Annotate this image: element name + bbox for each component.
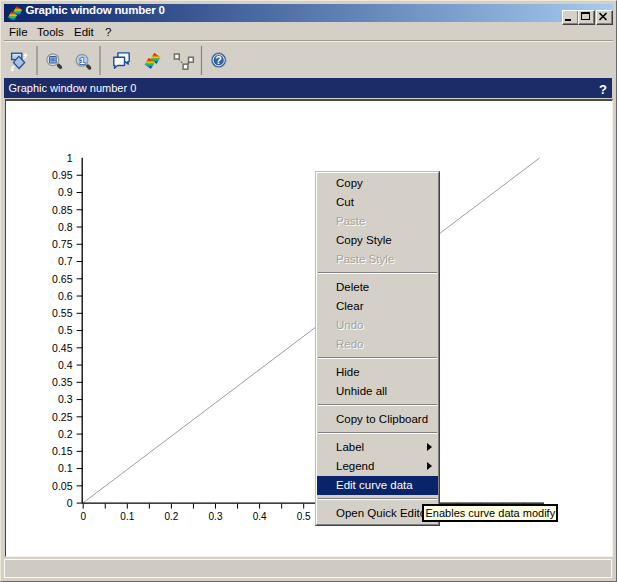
svg-text:0.25: 0.25 [52,411,73,423]
svg-text:0.15: 0.15 [52,445,73,457]
svg-text:0.35: 0.35 [52,376,73,388]
svg-text:1: 1 [79,55,85,66]
svg-text:0.75: 0.75 [52,238,73,250]
svg-text:0.3: 0.3 [58,393,73,405]
svg-text:0.3: 0.3 [209,511,223,522]
svg-text:0.8: 0.8 [58,221,73,233]
svg-text:0.7: 0.7 [58,255,73,267]
svg-text:1: 1 [67,152,73,164]
svg-text:0.1: 0.1 [58,462,73,474]
svg-text:0.65: 0.65 [52,273,73,285]
svg-text:0.05: 0.05 [52,480,73,492]
svg-text:0.2: 0.2 [164,511,178,522]
svg-text:0.85: 0.85 [52,204,73,216]
svg-text:0.5: 0.5 [297,511,311,522]
svg-text:0.95: 0.95 [52,169,73,181]
svg-text:0: 0 [80,511,86,522]
svg-text:0: 0 [67,497,73,509]
svg-text:0.4: 0.4 [58,359,73,371]
svg-text:0.2: 0.2 [58,428,73,440]
svg-text:0.6: 0.6 [58,290,73,302]
svg-text:0.1: 0.1 [120,511,134,522]
svg-text:?: ? [215,54,222,66]
svg-text:0.5: 0.5 [58,324,73,336]
svg-text:0.45: 0.45 [52,342,73,354]
svg-text:0.4: 0.4 [253,511,267,522]
svg-text:0.55: 0.55 [52,307,73,319]
svg-text:0.9: 0.9 [58,186,73,198]
